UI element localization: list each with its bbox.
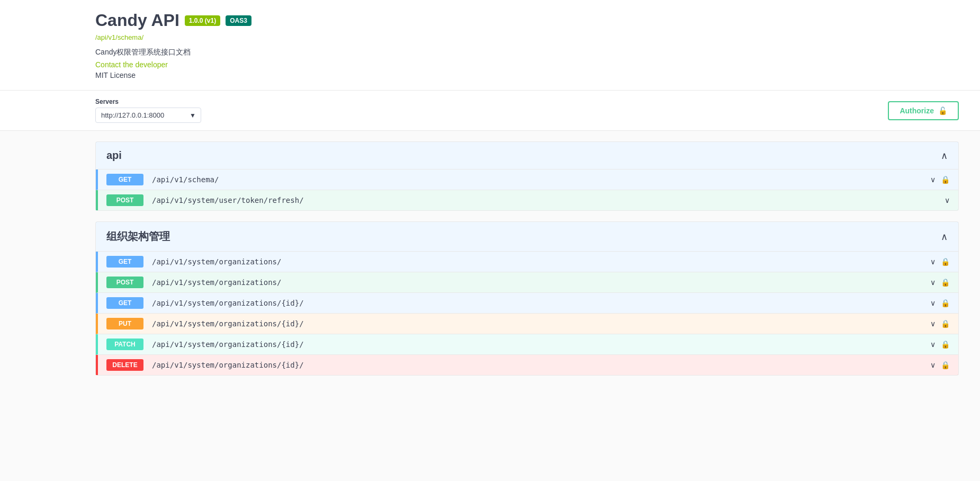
api-title: Candy API: [95, 11, 179, 30]
endpoint-path: /api/v1/schema/: [152, 175, 930, 184]
endpoint-chevron-icon: ∨: [930, 340, 936, 349]
endpoint-path: /api/v1/system/user/token/refresh/: [152, 196, 945, 204]
authorize-button-label: Authorize: [900, 106, 934, 115]
api-description: Candy权限管理系统接口文档: [95, 48, 959, 57]
endpoint-right: ∨ 🔒: [930, 361, 950, 369]
schema-link[interactable]: /api/v1/schema/: [95, 33, 959, 41]
endpoint-lock-icon: 🔒: [941, 340, 950, 349]
api-section: api ∧ GET /api/v1/schema/ ∨ 🔒 POST /api/…: [95, 141, 959, 211]
org-section-chevron-icon: ∧: [941, 231, 948, 243]
endpoint-right: ∨ 🔒: [930, 257, 950, 266]
endpoint-path: /api/v1/system/organizations/: [152, 278, 930, 287]
endpoint-right: ∨ 🔒: [930, 299, 950, 307]
org-section: 组织架构管理 ∧ GET /api/v1/system/organization…: [95, 221, 959, 376]
endpoint-chevron-icon: ∨: [930, 361, 936, 369]
method-badge-post: POST: [106, 277, 143, 288]
method-badge-get: GET: [106, 256, 143, 268]
api-section-title: api: [106, 149, 122, 162]
endpoint-right: ∨: [945, 196, 950, 204]
method-badge-delete: DELETE: [106, 359, 143, 371]
main-content: api ∧ GET /api/v1/schema/ ∨ 🔒 POST /api/…: [0, 131, 980, 397]
endpoint-row[interactable]: PATCH /api/v1/system/organizations/{id}/…: [96, 334, 958, 355]
endpoint-right: ∨ 🔒: [930, 278, 950, 287]
endpoint-lock-icon: 🔒: [941, 257, 950, 266]
authorize-lock-icon: 🔓: [938, 106, 947, 115]
endpoint-lock-icon: 🔒: [941, 299, 950, 307]
method-badge-patch: PATCH: [106, 339, 143, 350]
endpoint-path: /api/v1/system/organizations/{id}/: [152, 361, 930, 369]
api-section-chevron-icon: ∧: [941, 150, 948, 162]
endpoint-lock-icon: 🔒: [941, 175, 950, 184]
org-section-header[interactable]: 组织架构管理 ∧: [96, 222, 958, 252]
method-badge-get: GET: [106, 297, 143, 309]
endpoint-lock-icon: 🔒: [941, 319, 950, 328]
endpoint-chevron-icon: ∨: [930, 299, 936, 307]
authorize-button[interactable]: Authorize 🔓: [888, 101, 959, 120]
contact-link[interactable]: Contact the developer: [95, 60, 959, 69]
org-section-title: 组织架构管理: [106, 229, 170, 244]
method-badge-get: GET: [106, 174, 143, 185]
endpoint-row[interactable]: POST /api/v1/system/organizations/ ∨ 🔒: [96, 272, 958, 293]
oas-badge: OAS3: [226, 15, 251, 26]
servers-left: Servers http://127.0.0.1:8000 ▼: [95, 98, 201, 123]
endpoint-lock-icon: 🔒: [941, 278, 950, 287]
endpoint-row[interactable]: PUT /api/v1/system/organizations/{id}/ ∨…: [96, 314, 958, 334]
title-row: Candy API 1.0.0 (v1) OAS3: [95, 11, 959, 30]
endpoint-chevron-icon: ∨: [945, 196, 950, 204]
header-section: Candy API 1.0.0 (v1) OAS3 /api/v1/schema…: [0, 0, 980, 91]
endpoint-path: /api/v1/system/organizations/{id}/: [152, 299, 930, 307]
method-badge-post: POST: [106, 194, 143, 206]
endpoint-row[interactable]: GET /api/v1/system/organizations/{id}/ ∨…: [96, 293, 958, 314]
endpoint-row[interactable]: GET /api/v1/schema/ ∨ 🔒: [96, 170, 958, 190]
servers-section: Servers http://127.0.0.1:8000 ▼ Authoriz…: [0, 91, 980, 131]
endpoint-row[interactable]: GET /api/v1/system/organizations/ ∨ 🔒: [96, 252, 958, 272]
license-text: MIT License: [95, 71, 136, 79]
endpoint-path: /api/v1/system/organizations/{id}/: [152, 340, 930, 349]
endpoint-right: ∨ 🔒: [930, 340, 950, 349]
server-select[interactable]: http://127.0.0.1:8000: [95, 108, 201, 123]
servers-label: Servers: [95, 98, 201, 105]
method-badge-put: PUT: [106, 318, 143, 329]
endpoint-path: /api/v1/system/organizations/: [152, 257, 930, 266]
endpoint-chevron-icon: ∨: [930, 319, 936, 328]
endpoint-row[interactable]: DELETE /api/v1/system/organizations/{id}…: [96, 355, 958, 375]
endpoint-lock-icon: 🔒: [941, 361, 950, 369]
version-badge: 1.0.0 (v1): [185, 15, 220, 26]
endpoint-path: /api/v1/system/organizations/{id}/: [152, 319, 930, 328]
endpoint-chevron-icon: ∨: [930, 257, 936, 266]
endpoint-chevron-icon: ∨: [930, 175, 936, 184]
endpoint-right: ∨ 🔒: [930, 175, 950, 184]
server-select-wrapper: http://127.0.0.1:8000 ▼: [95, 108, 201, 123]
endpoint-chevron-icon: ∨: [930, 278, 936, 287]
api-section-header[interactable]: api ∧: [96, 142, 958, 170]
endpoint-row[interactable]: POST /api/v1/system/user/token/refresh/ …: [96, 190, 958, 210]
endpoint-right: ∨ 🔒: [930, 319, 950, 328]
